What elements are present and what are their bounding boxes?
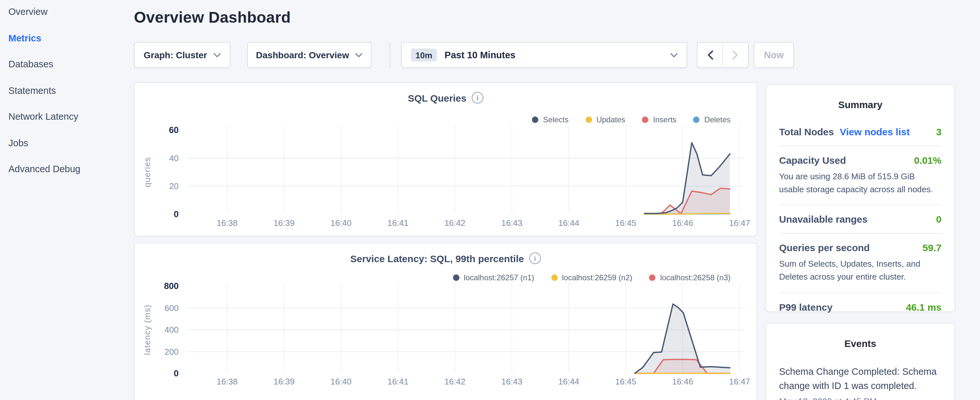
y-axis-tick: 400 <box>165 325 178 335</box>
summary-description: Sum of Selects, Updates, Inserts, and De… <box>779 258 942 284</box>
x-axis-tick: 16:42 <box>444 218 465 228</box>
y-axis-tick: 40 <box>169 153 178 163</box>
sidebar-item-statements[interactable]: Statements <box>8 84 125 97</box>
x-axis-tick: 16:40 <box>330 218 352 228</box>
x-axis-tick: 16:39 <box>274 218 294 228</box>
sidebar-item-metrics[interactable]: Metrics <box>8 31 125 44</box>
x-axis-tick: 16:40 <box>330 377 352 386</box>
x-axis-tick: 16:41 <box>387 377 408 386</box>
chevron-right-icon <box>732 51 738 59</box>
x-axis-tick: 16:38 <box>216 218 237 228</box>
x-axis-tick: 16:44 <box>558 218 579 228</box>
chart-canvas[interactable]: 16:3816:3916:4016:4116:4216:4316:4416:45… <box>135 243 758 400</box>
x-axis-tick: 16:44 <box>558 377 579 386</box>
page-title: Overview Dashboard <box>134 8 291 27</box>
x-axis-tick: 16:39 <box>274 377 294 386</box>
y-axis-tick: 200 <box>165 347 178 357</box>
summary-title: Summary <box>779 99 942 110</box>
x-axis-tick: 16:41 <box>387 218 408 228</box>
summary-label: Queries per second <box>779 242 870 253</box>
sidebar-item-databases[interactable]: Databases <box>8 57 125 70</box>
sidebar: Overview Metrics Databases Statements Ne… <box>8 5 125 189</box>
service-latency-chart-card: Service Latency: SQL, 99th percentile i … <box>134 243 757 400</box>
x-axis-tick: 16:47 <box>729 218 750 228</box>
y-axis-tick: 800 <box>164 281 178 291</box>
event-timestamp: May 13, 2020 at 4:45 PM <box>779 397 942 400</box>
event-list-item[interactable]: Schema Change Completed: Schema change w… <box>779 365 942 400</box>
summary-value: 46.1 ms <box>906 301 942 312</box>
time-pager <box>697 42 749 68</box>
divider <box>779 233 942 234</box>
x-axis-tick: 16:47 <box>729 377 750 386</box>
y-axis-label: queries <box>142 157 152 187</box>
summary-row-capacity-used: Capacity Used 0.01% You are using 28.6 M… <box>779 155 942 196</box>
y-axis-tick: 0 <box>174 369 178 378</box>
events-title: Events <box>779 338 942 349</box>
graph-dropdown[interactable]: Graph: Cluster <box>134 42 231 68</box>
time-range-badge: 10m <box>411 49 437 62</box>
event-text: Schema Change Completed: Schema change w… <box>779 365 942 393</box>
summary-row-total-nodes: Total Nodes View nodes list 3 <box>779 126 942 137</box>
y-axis-tick: 60 <box>169 125 178 135</box>
summary-value: 59.7 <box>923 242 942 253</box>
series-area <box>644 143 730 214</box>
x-axis-tick: 16:38 <box>216 377 237 386</box>
dashboard-dropdown[interactable]: Dashboard: Overview <box>247 42 371 68</box>
x-axis-tick: 16:45 <box>615 377 636 386</box>
chart-canvas[interactable]: 16:3816:3916:4016:4116:4216:4316:4416:45… <box>135 83 758 237</box>
summary-label: Unavailable ranges <box>779 214 867 225</box>
summary-panel: Summary Total Nodes View nodes list 3 Ca… <box>765 84 955 312</box>
view-nodes-list-link[interactable]: View nodes list <box>840 126 910 137</box>
summary-label: Total Nodes <box>779 126 834 137</box>
page: Overview Metrics Databases Statements Ne… <box>0 0 980 400</box>
x-axis-tick: 16:43 <box>501 218 522 228</box>
x-axis-tick: 16:46 <box>672 218 693 228</box>
x-axis-tick: 16:42 <box>444 377 465 386</box>
now-button[interactable]: Now <box>754 42 794 68</box>
divider <box>779 146 942 146</box>
chevron-down-icon <box>213 53 221 57</box>
x-axis-tick: 16:46 <box>672 377 693 386</box>
divider <box>779 205 942 206</box>
sidebar-item-network-latency[interactable]: Network Latency <box>8 110 125 123</box>
sidebar-item-jobs[interactable]: Jobs <box>8 136 125 149</box>
sidebar-item-advanced-debug[interactable]: Advanced Debug <box>8 163 125 175</box>
summary-description: You are using 28.6 MiB of 515.9 GiB usab… <box>779 170 942 196</box>
sql-queries-chart-card: SQL Queries i SelectsUpdatesInsertsDelet… <box>134 82 757 236</box>
summary-label: P99 latency <box>779 301 832 312</box>
summary-row-queries-per-second: Queries per second 59.7 Sum of Selects, … <box>779 242 942 284</box>
sidebar-item-overview[interactable]: Overview <box>8 5 125 18</box>
chevron-down-icon <box>356 53 363 57</box>
series-area <box>635 304 730 373</box>
divider <box>779 292 942 293</box>
y-axis-label: latency (ms) <box>142 304 152 355</box>
summary-label: Capacity Used <box>779 155 846 166</box>
summary-value: 0 <box>936 214 942 225</box>
y-axis-tick: 20 <box>169 181 178 191</box>
summary-row-p99-latency: P99 latency 46.1 ms <box>779 301 942 312</box>
x-axis-tick: 16:43 <box>501 377 522 386</box>
prev-time-button[interactable] <box>698 43 723 67</box>
time-range-dropdown[interactable]: 10m Past 10 Minutes <box>401 42 687 68</box>
dashboard-dropdown-label: Dashboard: Overview <box>256 50 349 60</box>
next-time-button[interactable] <box>723 43 748 67</box>
toolbar-divider <box>390 42 390 68</box>
chevron-left-icon <box>707 51 713 59</box>
y-axis-tick: 0 <box>174 209 178 219</box>
y-axis-tick: 600 <box>165 303 178 313</box>
summary-row-unavailable-ranges: Unavailable ranges 0 <box>779 214 942 225</box>
summary-value: 3 <box>936 126 942 137</box>
summary-value: 0.01% <box>914 155 942 166</box>
graph-dropdown-label: Graph: Cluster <box>144 50 207 60</box>
time-range-label: Past 10 Minutes <box>445 50 515 60</box>
chevron-down-icon <box>670 53 678 57</box>
events-panel: Events Schema Change Completed: Schema c… <box>765 323 955 400</box>
x-axis-tick: 16:45 <box>615 218 636 228</box>
